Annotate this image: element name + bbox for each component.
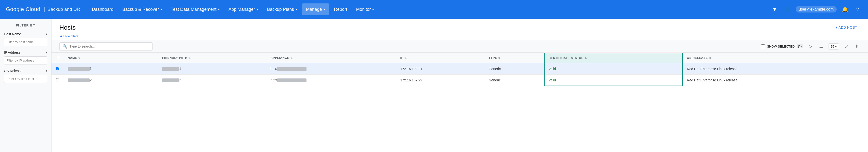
- column-chooser-button[interactable]: ☰: [818, 42, 825, 51]
- chevron-down-icon: ▾: [46, 32, 47, 36]
- chevron-down-icon: ▾: [256, 7, 258, 11]
- chevron-down-icon: ▾: [46, 51, 47, 54]
- product-name: Backup and DR: [44, 7, 80, 12]
- col-header-friendly_path[interactable]: FRIENDLY PATH⇅: [158, 53, 267, 63]
- friendly-path-blur: [162, 79, 179, 82]
- filter-label-os-release[interactable]: OS Release▾: [4, 69, 47, 73]
- sort-icon: ⇅: [78, 56, 81, 59]
- nav-item-backup-plans[interactable]: Backup Plans▾: [263, 3, 301, 15]
- top-navigation: Google Cloud Backup and DR DashboardBack…: [0, 0, 868, 19]
- toolbar: 🔍 SHOW SELECTED (1) ⟳ ☰ 25 ▾ ⤢ ⬇: [52, 40, 868, 53]
- page-title: Hosts: [59, 24, 75, 31]
- sort-icon: ⇅: [290, 56, 293, 59]
- row-checkbox-cell[interactable]: [52, 74, 64, 86]
- content-area: Hosts + ADD HOST ◄ Hide filters 🔍 SHOW S…: [52, 19, 868, 152]
- hide-filters-link[interactable]: ◄ Hide filters: [59, 34, 860, 38]
- row-appliance: bms: [267, 74, 396, 86]
- row-ip: 172.16.102.21: [396, 63, 485, 74]
- appliance-blur: [277, 67, 307, 71]
- select-all-header: [52, 53, 64, 63]
- row-ip: 172.16.102.22: [396, 74, 485, 86]
- show-selected[interactable]: SHOW SELECTED (1): [761, 44, 803, 48]
- status-valid-badge: Valid: [549, 78, 556, 82]
- refresh-button[interactable]: ⟳: [807, 42, 814, 51]
- table-container: NAME⇅FRIENDLY PATH⇅APPLIANCE⇅IP⇅TYPE⇅CER…: [52, 53, 868, 152]
- nav-item-app-manager[interactable]: App Manager▾: [225, 3, 262, 15]
- nav-item-test-data-management[interactable]: Test Data Management▾: [167, 3, 224, 15]
- select-all-checkbox[interactable]: [56, 56, 59, 59]
- nav-right: ▼ 👤 user@example.com 🔔 ?: [770, 5, 862, 14]
- help-icon[interactable]: ?: [853, 5, 862, 14]
- table-row[interactable]: 11bms172.16.102.21GenericValidRed Hat En…: [52, 63, 868, 74]
- search-box[interactable]: 🔍: [59, 42, 153, 51]
- sidebar-title: FILTER BY: [4, 24, 47, 27]
- row-friendly-path: 1: [158, 63, 267, 74]
- sort-icon: ⇅: [585, 57, 587, 60]
- main-layout: FILTER BY Host Name▾IP Address▾OS Releas…: [0, 19, 868, 152]
- friendly-path-blur: [162, 67, 179, 71]
- filter-input-os-release[interactable]: [4, 75, 47, 83]
- row-checkbox[interactable]: [56, 78, 59, 82]
- name-blur: [68, 67, 90, 71]
- nav-item-report[interactable]: Report: [330, 3, 351, 15]
- nav-item-dashboard[interactable]: Dashboard: [88, 3, 118, 15]
- row-type: Generic: [485, 63, 544, 74]
- show-selected-label: SHOW SELECTED: [767, 44, 795, 48]
- hosts-table: NAME⇅FRIENDLY PATH⇅APPLIANCE⇅IP⇅TYPE⇅CER…: [52, 53, 868, 86]
- row-name: 2: [64, 74, 158, 86]
- toolbar-right: SHOW SELECTED (1) ⟳ ☰ 25 ▾ ⤢ ⬇: [761, 42, 860, 51]
- chevron-down-icon: ▾: [46, 69, 47, 72]
- filter-input-ip-address[interactable]: [4, 56, 47, 64]
- chevron-down-icon: ▾: [296, 7, 297, 11]
- chevron-down-icon: ▾: [323, 7, 325, 11]
- filter-bar: ◄ Hide filters: [52, 33, 868, 40]
- brand[interactable]: Google Cloud Backup and DR: [6, 6, 80, 12]
- col-header-cert_status[interactable]: CERTIFICATE STATUS⇅: [544, 53, 683, 63]
- table-row[interactable]: 22bms172.16.102.22GenericValidRed Hat En…: [52, 74, 868, 86]
- name-blur: [68, 79, 90, 82]
- account-icon[interactable]: 👤: [783, 5, 792, 14]
- search-icon: 🔍: [63, 44, 67, 49]
- col-header-os_release[interactable]: OS RELEASE⇅: [683, 53, 868, 63]
- col-header-type[interactable]: TYPE⇅: [485, 53, 544, 63]
- search-input[interactable]: [69, 44, 149, 48]
- per-page-chevron: ▾: [835, 44, 837, 48]
- filter-label-host-name[interactable]: Host Name▾: [4, 32, 47, 36]
- row-os-release: Red Hat Enterprise Linux release ...: [683, 63, 868, 74]
- sort-icon: ⇅: [498, 56, 500, 59]
- filter-input-host-name[interactable]: [4, 38, 47, 46]
- sort-icon: ⇅: [404, 56, 407, 59]
- nav-item-monitor[interactable]: Monitor▾: [352, 3, 378, 15]
- notifications-icon[interactable]: 🔔: [840, 5, 849, 14]
- status-valid-badge: Valid: [549, 67, 556, 71]
- filter-label-ip-address[interactable]: IP Address▾: [4, 51, 47, 54]
- row-name: 1: [64, 63, 158, 74]
- row-cert-status: Valid: [544, 63, 683, 74]
- row-appliance: bms: [267, 63, 396, 74]
- chevron-down-icon: ▾: [218, 7, 220, 11]
- filter-icon[interactable]: ▼: [770, 5, 779, 14]
- page-header: Hosts + ADD HOST: [52, 19, 868, 33]
- user-menu[interactable]: user@example.com: [796, 6, 837, 12]
- row-checkbox-cell[interactable]: [52, 63, 64, 74]
- filter-section-host-name: Host Name▾: [4, 32, 47, 46]
- sidebar: FILTER BY Host Name▾IP Address▾OS Releas…: [0, 19, 52, 152]
- nav-item-backup--recover[interactable]: Backup & Recover▾: [118, 3, 166, 15]
- sort-icon: ⇅: [709, 56, 711, 59]
- nav-items: DashboardBackup & Recover▾Test Data Mana…: [88, 3, 770, 15]
- show-selected-checkbox[interactable]: [761, 44, 765, 48]
- col-header-ip[interactable]: IP⇅: [396, 53, 485, 63]
- row-friendly-path: 2: [158, 74, 267, 86]
- per-page-value: 25: [831, 44, 834, 48]
- download-button[interactable]: ⬇: [854, 42, 860, 51]
- row-checkbox[interactable]: [56, 67, 59, 70]
- per-page-select[interactable]: 25 ▾: [829, 43, 839, 50]
- google-cloud-logo: Google Cloud: [6, 6, 40, 12]
- chevron-down-icon: ▾: [372, 7, 374, 11]
- col-header-name[interactable]: NAME⇅: [64, 53, 158, 63]
- add-host-button[interactable]: + ADD HOST: [832, 24, 860, 31]
- row-type: Generic: [485, 74, 544, 86]
- fullscreen-button[interactable]: ⤢: [843, 42, 849, 51]
- nav-item-manage[interactable]: Manage▾: [302, 3, 329, 15]
- col-header-appliance[interactable]: APPLIANCE⇅: [267, 53, 396, 63]
